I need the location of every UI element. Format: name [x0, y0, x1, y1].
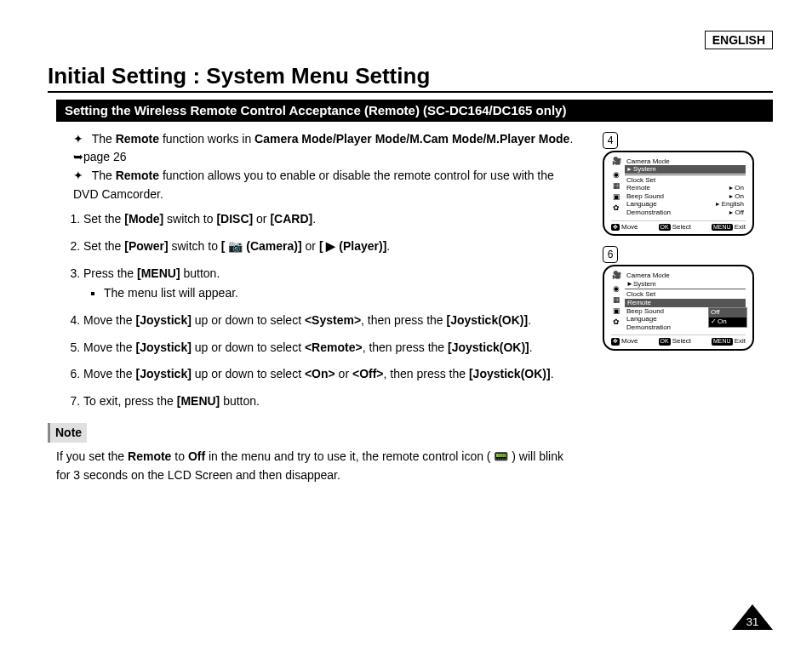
- menu-label: Beep Sound: [626, 192, 664, 201]
- menu-row: Beep SoundOn: [625, 192, 746, 201]
- text: , then press the: [384, 367, 469, 380]
- text: Move the: [83, 340, 135, 354]
- text: .: [386, 239, 390, 253]
- system-icon: ✿: [613, 204, 620, 214]
- text: Set the: [83, 239, 124, 253]
- text: .: [551, 367, 554, 380]
- step-item: Set the [Power] switch to [ 📷 (Camera)] …: [83, 237, 580, 256]
- text-bold: Remote: [128, 449, 171, 463]
- text-bold: <Off>: [352, 367, 384, 380]
- text-bold: <On>: [305, 367, 335, 380]
- menu-category-icons: 🎥 ◉ ▦ ▣ ✿: [611, 157, 621, 217]
- menu-label: Language: [626, 315, 657, 323]
- text: , then press the: [361, 313, 446, 327]
- text-bold: [MENU]: [137, 266, 180, 280]
- text: .: [312, 212, 316, 226]
- text: or: [253, 212, 270, 226]
- menu-label: Language: [626, 200, 657, 209]
- step-item: Move the [Joystick] up or down to select…: [83, 339, 580, 357]
- menu-label: Clock Set: [626, 290, 655, 299]
- sub-list: The menu list will appear.: [104, 284, 580, 303]
- disc-icon: ◉: [613, 171, 620, 180]
- lcd-screen-4: 🎥 ◉ ▦ ▣ ✿ Camera Mode System Clock Set R…: [603, 151, 754, 237]
- text-bold: Camera Mode/Player Mode/M.Cam Mode/M.Pla…: [254, 132, 569, 146]
- ok-icon: OK: [659, 338, 671, 345]
- camera-icon: 🎥: [612, 272, 621, 281]
- text: To exit, press the: [83, 394, 177, 408]
- hint-exit: Exit: [735, 337, 746, 345]
- text: up or down to select: [192, 367, 305, 380]
- text-bold: Remote: [116, 169, 159, 182]
- text-bold: [Joystick(OK)]: [447, 313, 529, 327]
- menu-row-highlighted: Remote: [625, 299, 746, 307]
- menu-row: DemonstrationOff: [625, 209, 746, 217]
- step-item: Move the [Joystick] up or down to select…: [83, 312, 580, 330]
- menu-value: On: [728, 192, 744, 201]
- hint-exit: Exit: [735, 223, 746, 231]
- text: Press the: [83, 266, 137, 280]
- menu-label: Clock Set: [626, 176, 655, 185]
- step-item: Press the [MENU] button. The menu list w…: [83, 265, 580, 303]
- hint-move: Move: [621, 337, 638, 345]
- text: .: [529, 340, 533, 354]
- text-bold: [Power]: [124, 239, 168, 253]
- menu-row: Clock Set: [625, 290, 746, 299]
- text-bold: [ ▶ (Player)]: [319, 239, 386, 253]
- ok-icon: OK: [659, 224, 671, 231]
- menu-value: Off: [729, 209, 744, 217]
- menu-label: Demonstration: [626, 323, 671, 332]
- text-bold: Remote: [116, 132, 159, 146]
- intro-item: The Remote function works in Camera Mode…: [73, 130, 580, 167]
- menu-label: Beep Sound: [626, 307, 664, 316]
- menu-value: English: [715, 200, 744, 209]
- intro-item: The Remote function allows you to enable…: [73, 167, 580, 203]
- menu-row: LanguageEnglish: [625, 200, 746, 209]
- text: The: [92, 132, 116, 146]
- note-label: Note: [48, 423, 87, 443]
- menu-label: Remote: [626, 184, 650, 192]
- option-popup: Off On: [708, 307, 747, 328]
- step-item: Set the [Mode] switch to [DISC] or [CARD…: [83, 210, 580, 229]
- text: The: [92, 169, 116, 182]
- step-item: To exit, press the [MENU] button.: [83, 392, 580, 411]
- text: up or down to select: [192, 340, 305, 354]
- text-bold: [Joystick]: [135, 340, 191, 354]
- menu-label: Demonstration: [626, 209, 671, 217]
- text: button.: [220, 394, 260, 408]
- text-bold: <Remote>: [305, 340, 363, 354]
- text: function works in: [159, 132, 254, 146]
- page-number: 31: [732, 615, 773, 628]
- hint-select: Select: [672, 223, 691, 231]
- text-bold: [MENU]: [177, 394, 220, 408]
- text-bold: Off: [188, 449, 205, 463]
- lcd-footer: ✥Move OKSelect MENUExit: [611, 220, 746, 233]
- display-icon: ▣: [613, 307, 620, 317]
- text-bold: [Mode]: [124, 212, 163, 226]
- lcd-screen-6: 🎥 ◉ ▦ ▣ ✿ Camera Mode ►System Clock Set …: [603, 265, 754, 351]
- sub-item: The menu list will appear.: [104, 284, 580, 303]
- memory-icon: ▦: [613, 296, 620, 306]
- menu-row-highlighted: System: [625, 165, 746, 174]
- system-icon: ✿: [613, 318, 620, 328]
- text-bold: [Joystick(OK)]: [448, 340, 529, 354]
- text: Move the: [83, 313, 135, 327]
- lcd-illustrations-column: 4 🎥 ◉ ▦ ▣ ✿ Camera Mode System Clock Set…: [603, 130, 773, 485]
- title-rule: [48, 91, 773, 93]
- text: or: [302, 239, 319, 253]
- menu-value: On: [728, 184, 744, 192]
- menu-label: Remote: [620, 299, 651, 307]
- text: .: [528, 313, 531, 327]
- hint-select: Select: [672, 337, 691, 345]
- option-off: Off: [709, 308, 746, 317]
- dpad-icon: ✥: [611, 224, 620, 231]
- menu-value: On: [711, 317, 727, 325]
- text: or: [335, 367, 352, 380]
- disc-icon: ◉: [613, 285, 620, 295]
- menu-label: ►System: [626, 280, 656, 289]
- steps-list: Set the [Mode] switch to [DISC] or [CARD…: [83, 210, 580, 411]
- text: to: [171, 449, 187, 463]
- text: switch to: [163, 212, 216, 226]
- menu-row: RemoteOn: [625, 184, 746, 192]
- menu-row: Clock Set: [625, 176, 746, 185]
- lcd-mode-title: Camera Mode: [625, 157, 746, 166]
